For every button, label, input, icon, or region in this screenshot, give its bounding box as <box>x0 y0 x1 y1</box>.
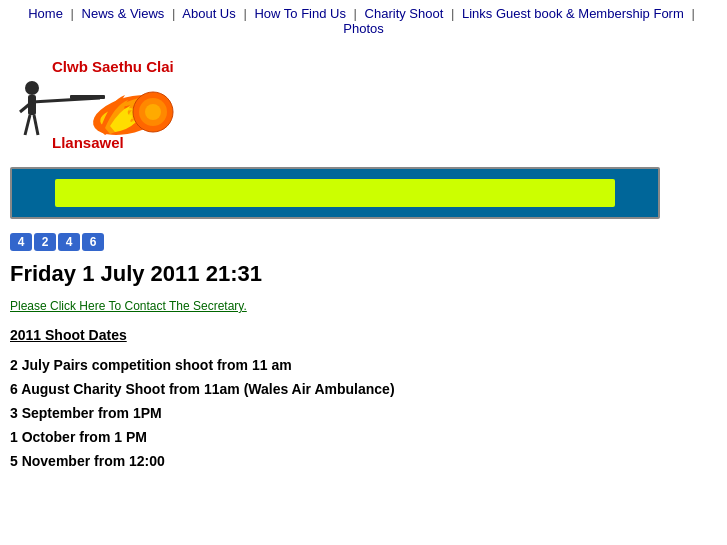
svg-point-6 <box>25 81 39 95</box>
shoot-item-5: 5 November from 12:00 <box>10 453 717 469</box>
nav-home[interactable]: Home <box>28 6 63 21</box>
shoot-item-4: 1 October from 1 PM <box>10 429 717 445</box>
counter-digit-3: 4 <box>58 233 80 251</box>
nav-sep-4: | <box>354 6 357 21</box>
shoot-dates-heading: 2011 Shoot Dates <box>10 327 717 343</box>
counter-area: 4 2 4 6 <box>0 227 727 257</box>
nav-sep-3: | <box>243 6 246 21</box>
nav-charity[interactable]: Charity Shoot <box>365 6 444 21</box>
nav-links[interactable]: Links Guest book & Membership Form <box>462 6 684 21</box>
logo-area: Clwb Saethu Clai <box>0 42 727 159</box>
counter-digit-4: 6 <box>82 233 104 251</box>
logo-container: Clwb Saethu Clai <box>10 50 195 155</box>
shoot-item-3: 3 September from 1PM <box>10 405 717 421</box>
nav-find[interactable]: How To Find Us <box>254 6 346 21</box>
svg-point-5 <box>145 104 161 120</box>
secretary-link[interactable]: Please Click Here To Contact The Secreta… <box>10 299 247 313</box>
counter-digit-2: 2 <box>34 233 56 251</box>
nav-sep-1: | <box>71 6 74 21</box>
nav-photos[interactable]: Photos <box>343 21 383 36</box>
banner-area <box>10 167 660 219</box>
shoot-item-2: 6 August Charity Shoot from 11am (Wales … <box>10 381 717 397</box>
logo-name-2: Llansawel <box>52 134 124 151</box>
shoot-item-1: 2 July Pairs competition shoot from 11 a… <box>10 357 717 373</box>
counter-digit-1: 4 <box>10 233 32 251</box>
shooter-silhouette <box>20 81 105 135</box>
nav-about[interactable]: About Us <box>182 6 235 21</box>
nav-sep-5: | <box>451 6 454 21</box>
main-content: Friday 1 July 2011 21:31 Please Click He… <box>0 257 727 487</box>
banner-inner <box>55 179 615 207</box>
nav-sep-2: | <box>172 6 175 21</box>
nav-news[interactable]: News & Views <box>82 6 165 21</box>
navigation: Home | News & Views | About Us | How To … <box>0 0 727 42</box>
logo-name-1: Clwb Saethu Clai <box>52 58 174 75</box>
svg-line-11 <box>25 115 30 135</box>
svg-line-12 <box>34 115 38 135</box>
date-heading: Friday 1 July 2011 21:31 <box>10 261 717 287</box>
nav-sep-6: | <box>691 6 694 21</box>
svg-rect-9 <box>70 95 105 99</box>
club-logo: Clwb Saethu Clai <box>10 50 195 155</box>
